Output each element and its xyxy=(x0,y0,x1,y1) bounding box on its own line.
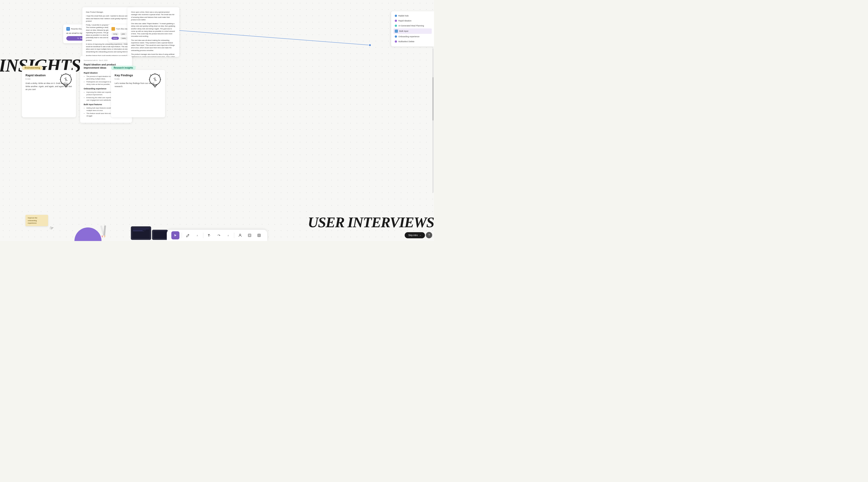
svg-rect-37 xyxy=(249,235,250,236)
bulk-input-icon xyxy=(395,30,398,33)
sidebar-dot-meal-planning xyxy=(395,25,397,27)
svg-rect-36 xyxy=(248,234,251,237)
toolbar-text-tool[interactable]: T • xyxy=(206,232,213,239)
svg-rect-38 xyxy=(258,234,260,237)
sidebar-item-meal-planning[interactable]: AI-Generated Meal Planning xyxy=(394,24,432,28)
svg-marker-34 xyxy=(219,235,220,236)
story-para-4: The product manager also loved the idea … xyxy=(131,53,176,57)
svg-rect-31 xyxy=(103,225,106,236)
sidebar-dot-onboarding xyxy=(395,35,397,38)
toolbar-pencil[interactable] xyxy=(184,232,191,239)
sidebar-dot-rapid-ideation xyxy=(395,20,397,22)
sidebar-panel: Rabbit hole Rapid Ideation AI-Generated … xyxy=(391,11,434,47)
tag-joke[interactable]: joke xyxy=(120,32,127,35)
sidebar-dot-rabbit-hole xyxy=(395,15,397,17)
svg-line-25 xyxy=(159,75,160,76)
bulb-icon-findings xyxy=(147,72,163,92)
skip-intro-arrow: → xyxy=(419,234,422,237)
story-para-3: The next idea was all about making the o… xyxy=(131,39,176,52)
subtag-haiku[interactable]: haiku xyxy=(120,37,128,40)
toolbar-table[interactable] xyxy=(255,232,263,239)
story-para-1: Once upon a time, there was a very speci… xyxy=(131,11,176,21)
user-interviews-heading: USER INTERVIEWS xyxy=(308,214,434,231)
scrollbar-thumb[interactable] xyxy=(432,77,434,121)
email-card-icon xyxy=(66,27,70,31)
email-greeting: Dear Product Manager, xyxy=(86,11,131,13)
email-para-3: In terms of improving the onboarding exp… xyxy=(86,43,131,53)
toolbar-separator-2 xyxy=(203,233,204,238)
screen-card-left xyxy=(131,226,151,240)
sidebar-label-meal-planning: AI-Generated Meal Planning xyxy=(398,25,424,27)
skip-intro-button[interactable]: Skip intro → xyxy=(405,232,425,238)
research-insights-label: Research insights xyxy=(111,66,136,70)
sidebar-dot-multiselect xyxy=(395,40,397,43)
brainstorming-label: Brainstorming xyxy=(22,66,43,70)
help-button[interactable]: ? xyxy=(426,232,432,238)
story-card-icon xyxy=(112,27,115,31)
screen-section xyxy=(131,226,168,240)
svg-line-15 xyxy=(70,75,71,76)
svg-rect-9 xyxy=(67,28,69,30)
help-label: ? xyxy=(428,234,430,237)
toolbar-cursor-tool[interactable] xyxy=(172,231,180,239)
toolbar-separator-3 xyxy=(234,233,235,238)
key-findings-card: Key Findings 5 min Let's review the key … xyxy=(111,70,165,117)
sidebar-label-rapid-ideation: Rapid Ideation xyxy=(398,20,411,22)
svg-marker-33 xyxy=(104,236,106,238)
scrollbar-track xyxy=(432,48,434,193)
tag-song[interactable]: song xyxy=(112,32,119,35)
toolbar-connector[interactable] xyxy=(215,232,222,239)
sidebar-item-rapid-ideation[interactable]: Rapid Ideation xyxy=(394,19,432,23)
svg-line-24 xyxy=(150,75,151,76)
sidebar-label-onboarding: Onboarding experience xyxy=(398,35,420,38)
screen-card-right xyxy=(152,230,168,240)
subtag-story[interactable]: story xyxy=(112,37,119,40)
rapid-ideation-card: Rapid ideation 6 min Grab a sticky. Writ… xyxy=(22,70,76,117)
bulb-icon-rapid xyxy=(58,72,74,92)
sidebar-item-multiselect[interactable]: Multiselect Delete xyxy=(394,39,432,44)
skip-intro-label: Skip intro xyxy=(408,234,418,237)
svg-line-14 xyxy=(61,75,62,76)
rewrite-icon: ↻ xyxy=(78,37,79,39)
sidebar-item-bulk-input[interactable]: Bulk Input xyxy=(394,28,432,34)
summary-meta: Summarized with AI · Nov 6, 2023 xyxy=(84,60,107,61)
svg-marker-32 xyxy=(101,235,103,238)
sidebar-label-multiselect: Multiselect Delete xyxy=(398,40,414,43)
toolbar-expand-2[interactable]: ∧ xyxy=(225,232,232,239)
decorative-shapes xyxy=(97,224,111,239)
sidebar-label-bulk-input: Bulk Input xyxy=(399,30,408,32)
sidebar-label-rabbit-hole: Rabbit hole xyxy=(398,15,409,17)
story-content-card: Once upon a time, there was a very speci… xyxy=(127,7,179,57)
story-para-2: One idea was called "Rapid Ideation." It… xyxy=(131,22,176,38)
email-para-1: I hope this email finds you well. I want… xyxy=(86,15,131,22)
sidebar-item-rabbit-hole[interactable]: Rabbit hole xyxy=(394,13,432,18)
toolbar-expand-1[interactable]: ∧ xyxy=(194,232,201,239)
bottom-toolbar: ∧ T • ∧ xyxy=(167,230,267,241)
improve-sticky: Improve the onboarding experience xyxy=(26,215,48,226)
svg-point-35 xyxy=(240,234,241,235)
toolbar-frame[interactable] xyxy=(246,232,253,239)
sidebar-item-onboarding[interactable]: Onboarding experience xyxy=(394,34,432,39)
summary-header: Summarized with AI · Nov 6, 2023 xyxy=(84,60,128,61)
toolbar-person[interactable] xyxy=(237,232,244,239)
